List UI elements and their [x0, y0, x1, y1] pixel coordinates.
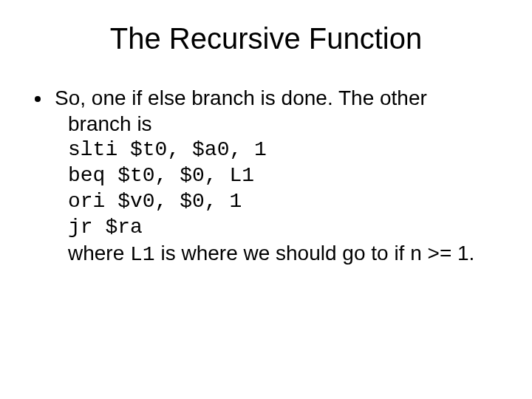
tail-post: is where we should go to if n >= 1. — [155, 242, 475, 265]
slide-body: So, one if else branch is done. The othe… — [30, 85, 502, 267]
bullet-tail: where L1 is where we should go to if n >… — [68, 240, 502, 267]
code-line-4: jr $ra — [68, 214, 502, 240]
bullet-item: So, one if else branch is done. The othe… — [52, 85, 502, 267]
code-line-3: ori $v0, $0, 1 — [68, 188, 502, 214]
bullet-list: So, one if else branch is done. The othe… — [30, 85, 502, 267]
tail-code: L1 — [130, 243, 155, 266]
tail-pre: where — [68, 242, 130, 265]
code-line-1: slti $t0, $a0, 1 — [68, 137, 502, 163]
bullet-lead-line1: So, one if else branch is done. The othe… — [55, 86, 427, 109]
code-line-2: beq $t0, $0, L1 — [68, 163, 502, 188]
bullet-lead-line2: branch is — [68, 111, 502, 137]
slide-title: The Recursive Function — [30, 22, 502, 55]
slide: The Recursive Function So, one if else b… — [0, 0, 532, 399]
